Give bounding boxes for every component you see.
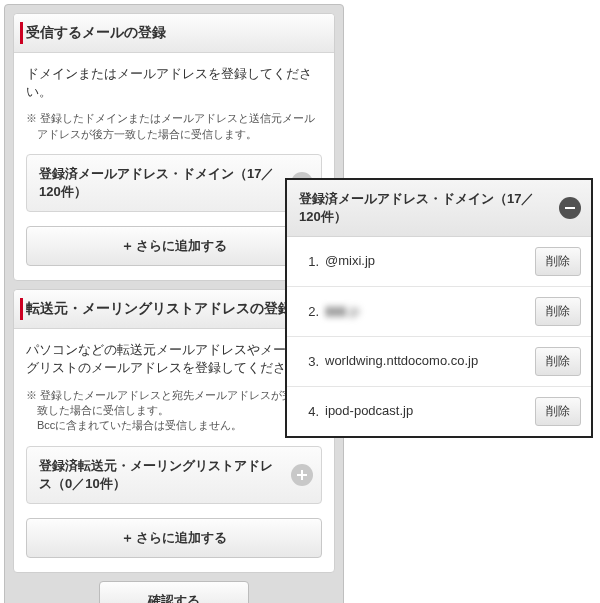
section-title: 転送元・メーリングリストアドレスの登録 xyxy=(26,300,292,316)
domain-text: worldwing.nttdocomo.co.jp xyxy=(325,353,529,370)
plus-icon: ＋ xyxy=(121,238,134,253)
popup-list: 1. @mixi.jp 削除 2. ▮▮▮.jp 削除 3. worldwing… xyxy=(287,237,591,436)
svg-rect-0 xyxy=(565,207,575,209)
item-index: 3. xyxy=(297,354,319,369)
delete-button[interactable]: 削除 xyxy=(535,247,581,276)
list-item: 1. @mixi.jp 削除 xyxy=(287,237,591,287)
domain-text: @mixi.jp xyxy=(325,253,529,270)
registered-forward-row[interactable]: 登録済転送元・メーリングリストアドレス（0／10件） xyxy=(26,446,322,504)
forwarding-desc: パソコンなどの転送元メールアドレスやメーリングリストのメールアドレスを登録してく… xyxy=(26,341,322,377)
forwarding-note: ※ 登録したメールアドレスと宛先メールアドレスが完全一致した場合に受信します。 … xyxy=(26,388,322,434)
receive-note: ※ 登録したドメインまたはメールアドレスと送信元メールアドレスが後方一致した場合… xyxy=(26,111,322,142)
delete-button[interactable]: 削除 xyxy=(535,297,581,326)
list-item: 2. ▮▮▮.jp 削除 xyxy=(287,287,591,337)
add-more-button[interactable]: ＋さらに追加する xyxy=(26,518,322,558)
confirm-label: 確認する xyxy=(148,593,200,603)
add-more-button[interactable]: ＋さらに追加する xyxy=(26,226,322,266)
list-item: 3. worldwing.nttdocomo.co.jp 削除 xyxy=(287,337,591,387)
collapse-icon[interactable] xyxy=(559,197,581,219)
domain-text: ipod-podcast.jp xyxy=(325,403,529,420)
domain-text: ▮▮▮.jp xyxy=(325,303,529,320)
popup-title: 登録済メールアドレス・ドメイン（17／120件） xyxy=(299,191,534,224)
receive-desc: ドメインまたはメールアドレスを登録してください。 xyxy=(26,65,322,101)
delete-button[interactable]: 削除 xyxy=(535,397,581,426)
delete-button[interactable]: 削除 xyxy=(535,347,581,376)
item-index: 4. xyxy=(297,404,319,419)
add-more-label: さらに追加する xyxy=(136,238,227,253)
registered-domains-popup: 登録済メールアドレス・ドメイン（17／120件） 1. @mixi.jp 削除 … xyxy=(285,178,593,438)
add-more-label: さらに追加する xyxy=(136,530,227,545)
section-receive-header: 受信するメールの登録 xyxy=(14,14,334,53)
plus-icon: ＋ xyxy=(121,530,134,545)
popup-header: 登録済メールアドレス・ドメイン（17／120件） xyxy=(287,180,591,237)
expand-icon[interactable] xyxy=(291,464,313,486)
registered-forward-label: 登録済転送元・メーリングリストアドレス（0／10件） xyxy=(39,458,273,491)
item-index: 1. xyxy=(297,254,319,269)
registered-domains-label: 登録済メールアドレス・ドメイン（17／120件） xyxy=(39,166,274,199)
confirm-button[interactable]: 確認する xyxy=(99,581,249,603)
item-index: 2. xyxy=(297,304,319,319)
registered-domains-row[interactable]: 登録済メールアドレス・ドメイン（17／120件） xyxy=(26,154,322,212)
list-item: 4. ipod-podcast.jp 削除 xyxy=(287,387,591,436)
section-title: 受信するメールの登録 xyxy=(26,24,166,40)
